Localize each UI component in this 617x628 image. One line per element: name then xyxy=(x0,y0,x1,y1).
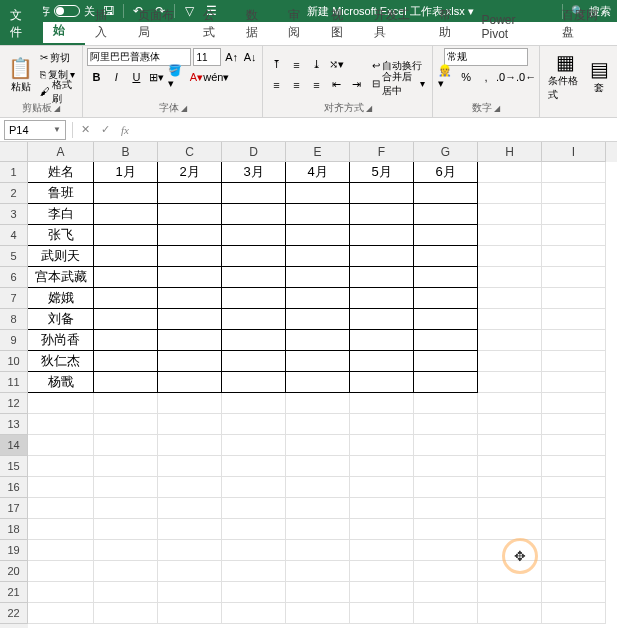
cell[interactable] xyxy=(94,288,158,309)
cell[interactable] xyxy=(350,246,414,267)
cell[interactable] xyxy=(94,519,158,540)
cell[interactable] xyxy=(158,267,222,288)
cell[interactable] xyxy=(94,309,158,330)
cell[interactable] xyxy=(222,603,286,624)
name-box[interactable]: P14 ▼ xyxy=(4,120,66,140)
cell[interactable] xyxy=(94,414,158,435)
cell[interactable] xyxy=(542,561,606,582)
cell[interactable] xyxy=(222,204,286,225)
cell[interactable] xyxy=(158,372,222,393)
cell[interactable] xyxy=(414,330,478,351)
align-right-icon[interactable]: ≡ xyxy=(307,76,325,94)
cell[interactable] xyxy=(542,582,606,603)
tab-help[interactable]: 帮助 xyxy=(429,3,472,45)
fill-color-button[interactable]: 🪣▾ xyxy=(167,68,185,86)
cell[interactable] xyxy=(478,225,542,246)
tab-formulas[interactable]: 公式 xyxy=(193,3,236,45)
cell[interactable] xyxy=(350,351,414,372)
cell[interactable] xyxy=(350,288,414,309)
cell[interactable] xyxy=(542,393,606,414)
cell[interactable] xyxy=(222,582,286,603)
column-header[interactable]: E xyxy=(286,142,350,162)
cell[interactable] xyxy=(94,225,158,246)
cell[interactable] xyxy=(350,456,414,477)
cell[interactable] xyxy=(478,372,542,393)
cell[interactable] xyxy=(350,309,414,330)
row-header[interactable]: 16 xyxy=(0,477,28,498)
cell[interactable] xyxy=(286,351,350,372)
cell[interactable] xyxy=(414,582,478,603)
cell[interactable] xyxy=(542,309,606,330)
tab-developer[interactable]: 开发工具 xyxy=(364,3,429,45)
column-header[interactable]: I xyxy=(542,142,606,162)
cell[interactable] xyxy=(542,288,606,309)
cell[interactable]: 孙尚香 xyxy=(28,330,94,351)
cell[interactable]: 3月 xyxy=(222,162,286,183)
cell[interactable] xyxy=(222,246,286,267)
cut-button[interactable]: ✂剪切 xyxy=(37,50,78,66)
tab-file[interactable]: 文件 xyxy=(0,3,43,45)
cell[interactable] xyxy=(222,540,286,561)
cell[interactable]: 狄仁杰 xyxy=(28,351,94,372)
cell[interactable] xyxy=(94,603,158,624)
orientation-icon[interactable]: ⤭▾ xyxy=(327,56,345,74)
cell[interactable] xyxy=(350,435,414,456)
align-left-icon[interactable]: ≡ xyxy=(267,76,285,94)
cell[interactable]: 刘备 xyxy=(28,309,94,330)
underline-button[interactable]: U xyxy=(127,68,145,86)
cell[interactable] xyxy=(478,561,542,582)
column-header[interactable]: C xyxy=(158,142,222,162)
cell[interactable]: 6月 xyxy=(414,162,478,183)
cell[interactable] xyxy=(414,204,478,225)
decrease-decimal-icon[interactable]: .0← xyxy=(517,68,535,86)
cell[interactable] xyxy=(542,477,606,498)
cell[interactable] xyxy=(94,351,158,372)
row-header[interactable]: 9 xyxy=(0,330,28,351)
tab-data[interactable]: 数据 xyxy=(236,3,279,45)
cell[interactable] xyxy=(414,561,478,582)
cell[interactable] xyxy=(286,309,350,330)
indent-decrease-icon[interactable]: ⇤ xyxy=(327,76,345,94)
align-top-icon[interactable]: ⤒ xyxy=(267,56,285,74)
cell[interactable] xyxy=(158,204,222,225)
cell[interactable] xyxy=(158,435,222,456)
cell[interactable] xyxy=(478,414,542,435)
row-header[interactable]: 17 xyxy=(0,498,28,519)
cell[interactable] xyxy=(94,540,158,561)
cell[interactable] xyxy=(28,561,94,582)
column-header[interactable]: G xyxy=(414,142,478,162)
cell[interactable] xyxy=(28,498,94,519)
cell[interactable] xyxy=(542,372,606,393)
cell[interactable] xyxy=(286,246,350,267)
cell[interactable] xyxy=(414,540,478,561)
cell[interactable] xyxy=(542,183,606,204)
align-center-icon[interactable]: ≡ xyxy=(287,76,305,94)
cell[interactable] xyxy=(414,225,478,246)
cell[interactable] xyxy=(158,582,222,603)
font-launcher-icon[interactable]: ◢ xyxy=(181,104,187,113)
cell[interactable] xyxy=(158,351,222,372)
cell[interactable] xyxy=(478,456,542,477)
cell[interactable] xyxy=(478,267,542,288)
cell[interactable] xyxy=(286,519,350,540)
row-header[interactable]: 6 xyxy=(0,267,28,288)
format-painter-button[interactable]: 🖌格式刷 xyxy=(37,84,78,100)
cell[interactable] xyxy=(94,393,158,414)
cell[interactable] xyxy=(542,162,606,183)
cell[interactable] xyxy=(28,414,94,435)
row-header[interactable]: 10 xyxy=(0,351,28,372)
cell[interactable] xyxy=(28,603,94,624)
cell[interactable] xyxy=(286,288,350,309)
cell[interactable]: 5月 xyxy=(350,162,414,183)
cell[interactable] xyxy=(542,351,606,372)
indent-increase-icon[interactable]: ⇥ xyxy=(347,76,365,94)
cell[interactable] xyxy=(350,561,414,582)
cell[interactable] xyxy=(414,267,478,288)
row-header[interactable]: 18 xyxy=(0,519,28,540)
column-header[interactable]: H xyxy=(478,142,542,162)
tab-insert[interactable]: 插入 xyxy=(85,3,128,45)
cell[interactable] xyxy=(286,498,350,519)
cell[interactable] xyxy=(350,204,414,225)
row-header[interactable]: 22 xyxy=(0,603,28,624)
cell[interactable] xyxy=(478,246,542,267)
